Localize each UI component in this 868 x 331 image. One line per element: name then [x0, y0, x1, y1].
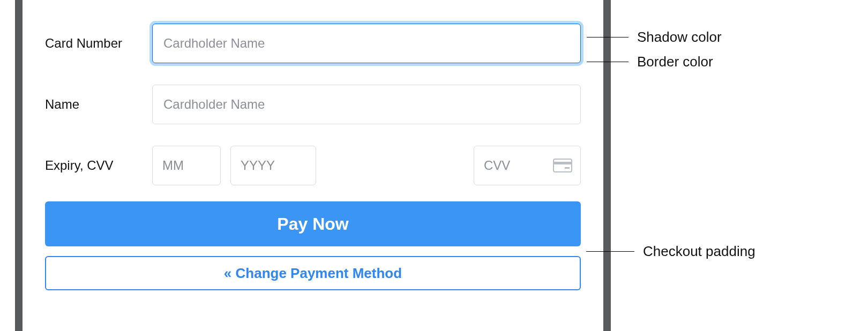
label-card-number: Card Number [45, 36, 152, 51]
input-col-expiry-cvv [152, 146, 581, 185]
annotation-checkout-padding: Checkout padding [586, 243, 755, 260]
annotation-label: Shadow color [637, 29, 722, 46]
annotation-line [586, 251, 634, 252]
annotation-line [587, 62, 628, 62]
frame-bar-right [603, 0, 611, 331]
checkout-stage: Card Number Name Expiry, CVV [15, 0, 611, 331]
input-col-name [152, 85, 581, 124]
input-col-card-number [152, 24, 581, 63]
row-name: Name [45, 85, 581, 124]
svg-rect-1 [553, 162, 572, 164]
name-input[interactable] [152, 85, 581, 124]
annotation-label: Border color [637, 54, 713, 70]
expiry-year-input[interactable] [230, 146, 316, 185]
checkout-form: Card Number Name Expiry, CVV [23, 0, 603, 331]
frame-bar-left [15, 0, 23, 331]
expiry-month-input[interactable] [152, 146, 221, 185]
card-number-input[interactable] [152, 24, 581, 63]
change-payment-method-button[interactable]: « Change Payment Method [45, 256, 581, 290]
annotation-label: Checkout padding [643, 243, 755, 260]
label-expiry-cvv: Expiry, CVV [45, 158, 152, 173]
svg-rect-0 [553, 159, 572, 172]
annotation-border-color: Border color [587, 54, 713, 70]
row-card-number: Card Number [45, 24, 581, 63]
cvv-wrap [474, 146, 581, 185]
label-name: Name [45, 97, 152, 112]
row-expiry-cvv: Expiry, CVV [45, 146, 581, 185]
annotation-line [587, 37, 628, 37]
svg-rect-2 [565, 167, 570, 169]
annotation-shadow-color: Shadow color [587, 29, 722, 46]
credit-card-icon [553, 159, 572, 172]
pay-now-button[interactable]: Pay Now [45, 201, 581, 246]
